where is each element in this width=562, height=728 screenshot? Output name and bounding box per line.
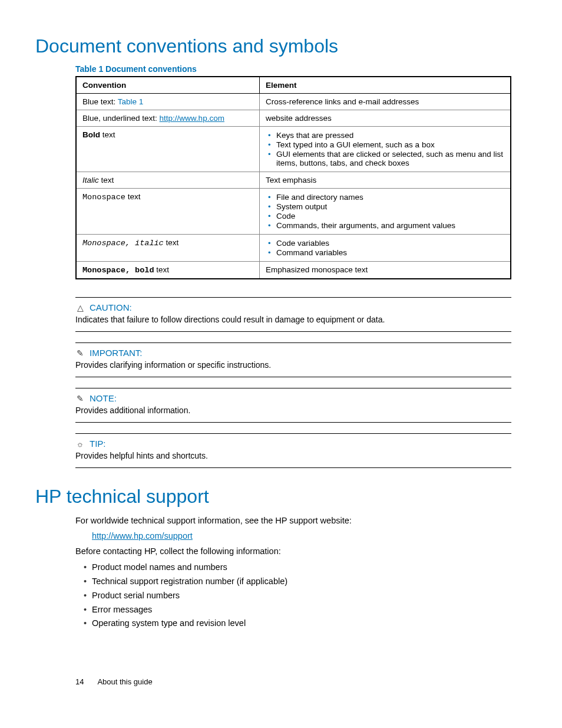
th-convention: Convention [76,77,260,94]
table-row: Monospace, bold text Emphasized monospac… [76,262,511,279]
convention-cell: Blue text: Table 1 [76,94,260,110]
list-item: Code variables [276,239,504,248]
table-row: Italic text Text emphasis [76,172,511,189]
table-row: Monospace, italic text Code variables Co… [76,235,511,262]
support-link[interactable]: http://www.hp.com/support [92,530,193,543]
table-row: Monospace text File and directory names … [76,189,511,235]
tip-callout: ☼ TIP: Provides helpful hints and shortc… [75,433,511,468]
caution-callout: △ CAUTION: Indicates that failure to fol… [75,297,511,332]
convention-cell: Italic text [76,172,260,189]
table-caption: Table 1 Document conventions [75,64,527,74]
callout-body: Provides additional information. [75,406,511,415]
note-icon: ✎ [75,394,85,403]
list-item: Commands, their arguments, and argument … [276,221,504,230]
note-callout: ✎ NOTE: Provides additional information. [75,388,511,423]
text: Blue, underlined text: [82,114,160,123]
text: Blue text: [82,97,118,106]
italic-sample: Italic [82,176,99,185]
mono-italic-sample: Monospace, italic [82,239,164,248]
page-number: 14 [75,677,84,686]
text: text [164,238,179,247]
caution-icon: △ [75,303,85,312]
list-item: GUI elements that are clicked or selecte… [276,150,504,167]
list-item: Technical support registration number (i… [92,575,511,588]
convention-cell: Blue, underlined text: http://www.hp.com [76,110,260,127]
text: text [99,176,114,185]
table-row: Blue, underlined text: http://www.hp.com… [76,110,511,127]
paragraph: Before contacting HP, collect the follow… [75,545,511,558]
table-row: Bold text Keys that are pressed Text typ… [76,127,511,172]
bold-sample: Bold [82,130,100,139]
list-item: System output [276,202,504,211]
tip-icon: ☼ [75,439,85,449]
list-item: Operating system type and revision level [92,617,511,630]
callout-title: NOTE: [90,393,117,403]
element-cell: Code variables Command variables [260,235,511,262]
section-heading: HP technical support [35,486,527,508]
important-icon: ✎ [75,348,85,358]
element-cell: Keys that are pressed Text typed into a … [260,127,511,172]
section-heading: Document conventions and symbols [35,35,527,57]
list-item: Product serial numbers [92,589,511,602]
element-cell: website addresses [260,110,511,127]
element-cell: Text emphasis [260,172,511,189]
page-footer: 14 About this guide [75,677,527,686]
conventions-table: Convention Element Blue text: Table 1 Cr… [75,76,511,279]
convention-cell: Monospace, bold text [76,262,260,279]
element-cell: Cross-reference links and e-mail address… [260,94,511,110]
list-item: File and directory names [276,193,504,202]
text: text [125,192,141,201]
text: text [154,265,170,274]
table-row: Blue text: Table 1 Cross-reference links… [76,94,511,110]
support-section: For worldwide technical support informat… [75,515,511,630]
table-header-row: Convention Element [76,77,511,94]
footer-section: About this guide [97,677,152,686]
callout-title: CAUTION: [90,302,132,312]
list-item: Product model names and numbers [92,561,511,574]
callout-title: TIP: [90,439,106,449]
mono-bold-sample: Monospace, bold [82,266,154,275]
convention-cell: Monospace, italic text [76,235,260,262]
list-item: Text typed into a GUI element, such as a… [276,140,504,149]
callout-body: Indicates that failure to follow directi… [75,315,511,324]
important-callout: ✎ IMPORTANT: Provides clarifying informa… [75,342,511,377]
list-item: Error messages [92,604,511,617]
th-element: Element [260,77,511,94]
text: text [100,130,115,139]
convention-cell: Bold text [76,127,260,172]
cross-ref-link[interactable]: Table 1 [118,97,144,106]
callout-body: Provides clarifying information or speci… [75,360,511,370]
element-cell: Emphasized monospace text [260,262,511,279]
url-link[interactable]: http://www.hp.com [160,114,224,123]
mono-sample: Monospace [82,193,125,202]
list-item: Keys that are pressed [276,131,504,140]
list-item: Command variables [276,248,504,257]
element-cell: File and directory names System output C… [260,189,511,235]
list-item: Code [276,212,504,220]
callout-body: Provides helpful hints and shortcuts. [75,451,511,460]
callout-title: IMPORTANT: [90,348,142,358]
paragraph: For worldwide technical support informat… [75,515,511,528]
convention-cell: Monospace text [76,189,260,235]
